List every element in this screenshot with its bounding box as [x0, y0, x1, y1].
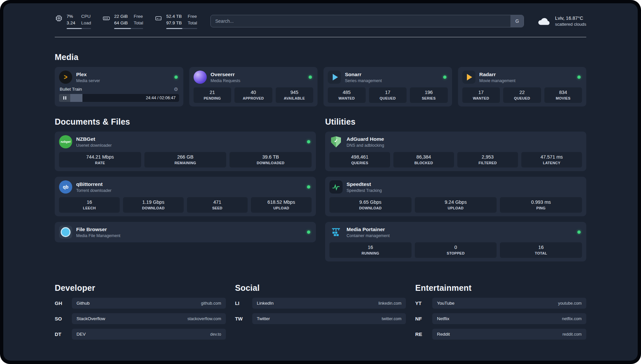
- bookmark-name: StackOverflow: [76, 316, 105, 321]
- bookmark-abbr: YT: [415, 300, 428, 306]
- service-card-portainer[interactable]: Media Portainer Container management 16 …: [325, 222, 586, 261]
- bookmark-row: DT DEV dev.to: [55, 329, 226, 340]
- bookmark-abbr: DT: [55, 331, 68, 337]
- cpu-usage-fill: [67, 28, 82, 29]
- service-card-plex[interactable]: Plex Media server Bullet Train ⚙ 24:44 /…: [55, 67, 183, 106]
- bookmark-stackoverflow[interactable]: StackOverflow stackoverflow.com: [72, 313, 226, 324]
- bookmark-row: TW Twitter twitter.com: [235, 313, 406, 324]
- memory-total-value: 64 GiB: [114, 20, 128, 26]
- adguard-icon: [329, 135, 343, 148]
- stat-tile: 471 SEED: [187, 197, 248, 213]
- disk-total-value: 97.9 TB: [166, 20, 182, 26]
- qbittorrent-icon: qb: [59, 180, 72, 194]
- service-name: AdGuard Home: [347, 136, 384, 142]
- stat-value: 1.19 Gbps: [124, 199, 182, 205]
- status-dot: [307, 185, 310, 189]
- stat-tile: 16 TOTAL: [500, 242, 582, 258]
- playback-progress-bar[interactable]: 24:44 / 02:06:47: [59, 94, 179, 102]
- service-description: Series management: [345, 78, 382, 83]
- stat-value: 266 GB: [146, 154, 225, 160]
- radarr-icon: [462, 71, 475, 84]
- stat-tile: 2,953 FILTERED: [457, 152, 518, 167]
- stat-label: QUEUED: [504, 96, 540, 100]
- stat-value: 471: [188, 199, 246, 205]
- memory-usage-bar: [114, 28, 143, 29]
- sonarr-icon: [328, 71, 341, 84]
- section-media: Media Plex Media server Bullet Train ⚙: [55, 52, 586, 106]
- bookmark-group-entertainment: Entertainment YT YouTube youtube.com NF …: [415, 283, 586, 340]
- service-card-sonarr[interactable]: Sonarr Series management 485 WANTED 17 Q…: [323, 67, 452, 106]
- stat-tile: 9.65 Gbps DOWNLOAD: [329, 197, 412, 213]
- stat-tile: 16 RUNNING: [329, 242, 412, 258]
- status-dot: [307, 230, 310, 234]
- bookmark-row: NF Netflix netflix.com: [415, 313, 586, 324]
- disk-free-value: 52.4 TB: [166, 13, 182, 20]
- service-description: Media server: [76, 78, 100, 83]
- bookmark-github[interactable]: Github github.com: [72, 298, 226, 309]
- status-dot: [309, 76, 312, 79]
- stat-value: 0.993 ms: [501, 199, 581, 205]
- service-name: qBittorrent: [76, 181, 111, 187]
- portainer-icon: [329, 226, 343, 239]
- stat-label: LEECH: [60, 206, 118, 210]
- stat-label: UPLOAD: [416, 206, 496, 210]
- bookmark-netflix[interactable]: Netflix netflix.com: [432, 313, 586, 324]
- search-input[interactable]: [210, 15, 524, 27]
- stat-value: 2,953: [459, 154, 517, 160]
- service-card-radarr[interactable]: Radarr Movie management 17 WANTED 22 QUE…: [458, 67, 587, 106]
- gear-icon[interactable]: ⚙: [174, 87, 178, 92]
- service-description: DNS and adblocking: [347, 143, 384, 148]
- stat-tile: 21 PENDING: [194, 87, 231, 103]
- section-utilities: Utilities AdGuard Home DNS and adblockin…: [325, 117, 586, 261]
- status-dot: [443, 76, 446, 79]
- memory-free-value: 22 GiB: [114, 13, 128, 20]
- bookmark-abbr: SO: [55, 316, 68, 321]
- stat-value: 485: [329, 90, 364, 95]
- weather-widget[interactable]: Lviv, 16.87°C scattered clouds: [537, 15, 586, 27]
- stat-value: 39.6 TB: [231, 154, 310, 160]
- bookmark-youtube[interactable]: YouTube youtube.com: [432, 298, 586, 309]
- bookmark-url: reddit.com: [563, 332, 582, 337]
- bookmarks-section: Developer GH Github github.com SO StackO…: [55, 283, 586, 353]
- stat-label: SEED: [188, 206, 246, 210]
- stat-label: LATENCY: [523, 161, 581, 165]
- stat-label: STOPPED: [416, 251, 496, 255]
- bookmark-name: YouTube: [437, 301, 454, 306]
- service-card-speedtest[interactable]: Speedtest Speedtest Tracking 9.65 Gbps D…: [325, 177, 586, 216]
- stat-label: QUEUED: [370, 96, 406, 100]
- stat-value: 16: [331, 245, 410, 250]
- stat-label: DOWNLOAD: [331, 206, 410, 210]
- stat-label: PENDING: [195, 96, 230, 100]
- service-card-adguard[interactable]: AdGuard Home DNS and adblocking 498,461 …: [325, 132, 586, 171]
- stat-value: 498,461: [331, 154, 389, 160]
- section-title-utilities: Utilities: [325, 117, 586, 127]
- disk-usage-bar: [166, 28, 197, 29]
- service-card-nzbget[interactable]: nzbget NZBGet Usenet downloader 744.21 M…: [55, 132, 316, 171]
- search-provider-button[interactable]: G: [510, 15, 524, 27]
- section-title-entertainment: Entertainment: [415, 283, 586, 293]
- cpu-widget: 7% 3.24 CPU Load: [55, 13, 91, 29]
- bookmark-twitter[interactable]: Twitter twitter.com: [252, 313, 406, 324]
- memory-free-label: Free: [134, 13, 143, 20]
- stat-label: DOWNLOAD: [124, 206, 182, 210]
- section-documents: Documents & Files nzbget NZBGet Usenet d…: [55, 117, 316, 242]
- pause-button[interactable]: [59, 94, 70, 102]
- stat-label: WANTED: [464, 96, 499, 100]
- stat-tile: 618.52 Mbps UPLOAD: [251, 197, 312, 213]
- stat-tile: 86,384 BLOCKED: [393, 152, 454, 167]
- status-dot: [174, 76, 178, 79]
- stat-value: 834: [546, 90, 581, 95]
- service-card-overseerr[interactable]: Overseerr Media Requests 21 PENDING 40 A…: [189, 67, 318, 106]
- weather-location: Lviv, 16.87°C: [555, 15, 586, 21]
- service-card-qbittorrent[interactable]: qb qBittorrent Torrent downloader 16 LEE…: [55, 177, 316, 216]
- stat-value: 0: [416, 245, 496, 250]
- weather-condition: scattered clouds: [555, 22, 586, 27]
- speedtest-icon: [329, 180, 343, 194]
- service-name: Speedtest: [347, 181, 382, 187]
- bookmark-dev[interactable]: DEV dev.to: [72, 329, 226, 340]
- service-name: Media Portainer: [347, 227, 390, 232]
- playback-time: 24:44 / 02:06:47: [146, 96, 175, 100]
- bookmark-linkedin[interactable]: LinkedIn linkedin.com: [252, 298, 406, 309]
- bookmark-reddit[interactable]: Reddit reddit.com: [432, 329, 586, 340]
- service-card-filebrowser[interactable]: File Browser Media File Management: [55, 222, 316, 242]
